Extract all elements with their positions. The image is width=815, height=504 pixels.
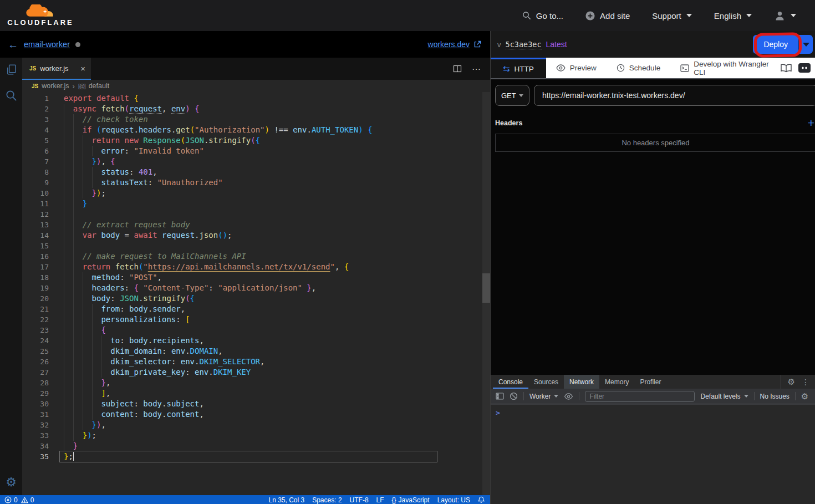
code-text: }); <box>60 188 106 198</box>
search-icon[interactable] <box>5 89 18 102</box>
code-line[interactable]: 29 ], <box>22 388 490 399</box>
editor-scrollbar-thumb[interactable] <box>482 273 490 303</box>
code-line[interactable]: 34 } <box>22 441 490 451</box>
code-line[interactable]: 19 headers: { "Content-Type": "applicati… <box>22 283 490 293</box>
code-line[interactable]: 25 dkim_domain: env.DOMAIN, <box>22 346 490 357</box>
problems-errors[interactable]: 0 <box>4 496 18 504</box>
account-menu[interactable] <box>774 11 796 21</box>
devtools-tab-memory[interactable]: Memory <box>599 375 634 389</box>
tab-preview[interactable]: Preview <box>546 58 607 78</box>
devtools-tab-profiler[interactable]: Profiler <box>634 375 666 389</box>
code-line[interactable]: 15 <box>22 241 490 251</box>
back-arrow-icon[interactable]: ← <box>8 39 18 50</box>
tab-schedule[interactable]: Schedule <box>607 58 670 78</box>
log-levels-select[interactable]: Default levels <box>700 393 748 400</box>
code-line[interactable]: 9 statusText: "Unauthorized" <box>22 177 490 188</box>
code-line[interactable]: 10 }); <box>22 188 490 198</box>
code-line[interactable]: 18 method: "POST", <box>22 272 490 283</box>
live-expression-eye-icon[interactable] <box>564 393 573 400</box>
version-hash[interactable]: 5c3ae3ec <box>506 40 542 49</box>
code-line[interactable]: 3 // check token <box>22 114 490 125</box>
code-token: "application/json" <box>218 283 302 292</box>
code-line[interactable]: 35}; <box>22 451 490 462</box>
code-line[interactable]: 13 // extract request body <box>22 220 490 230</box>
code-line[interactable]: 26 dkim_selector: env.DKIM_SELECTOR, <box>22 357 490 367</box>
breadcrumb-file[interactable]: worker.js <box>42 82 69 90</box>
code-line[interactable]: 28 }, <box>22 378 490 388</box>
code-line[interactable]: 20 body: JSON.stringify({ <box>22 293 490 304</box>
cloudflare-logo[interactable]: CLOUDFLARE <box>8 4 73 27</box>
console-sidebar-toggle-icon[interactable] <box>496 393 504 400</box>
workers-dev-link[interactable]: workers.dev <box>428 40 470 49</box>
console-settings-gear-icon[interactable]: ⚙ <box>801 392 808 400</box>
console-filter-input[interactable] <box>585 391 695 402</box>
docs-book-icon[interactable] <box>781 64 792 73</box>
notifications-bell-icon[interactable] <box>478 496 485 503</box>
code-line[interactable]: 31 content: body.content, <box>22 409 490 420</box>
code-line[interactable]: 4 if (request.headers.get("Authorization… <box>22 125 490 135</box>
console-output[interactable]: > <box>491 404 815 504</box>
explorer-icon[interactable] <box>5 63 18 76</box>
keyboard-layout[interactable]: Layout: US <box>437 496 470 504</box>
code-line[interactable]: 32 }), <box>22 420 490 430</box>
settings-gear-icon[interactable]: ⚙ <box>6 476 17 488</box>
support-menu[interactable]: Support <box>652 11 692 21</box>
close-tab-icon[interactable]: × <box>80 64 85 73</box>
code-line[interactable]: 24 to: body.recipients, <box>22 335 490 346</box>
devtools-tab-network[interactable]: Network <box>564 375 599 389</box>
language-menu[interactable]: English <box>714 11 752 21</box>
language-mode[interactable]: {} JavaScript <box>392 496 430 504</box>
code-line[interactable]: 33 }); <box>22 430 490 441</box>
problems-warnings[interactable]: 0 <box>21 496 34 504</box>
devtools-menu-kebab-icon[interactable]: ⋮ <box>802 378 809 386</box>
code-line[interactable]: 2 async fetch(request, env) { <box>22 104 490 114</box>
code-token: } <box>83 199 87 208</box>
code-line[interactable]: 12 <box>22 209 490 220</box>
code-line[interactable]: 1export default { <box>22 93 490 104</box>
line-number: 3 <box>22 114 49 125</box>
http-method-select[interactable]: GET <box>495 85 529 106</box>
tab-worker-js[interactable]: JS worker.js × <box>22 58 91 80</box>
code-line[interactable]: 7 }), { <box>22 156 490 167</box>
indentation[interactable]: Spaces: 2 <box>312 496 342 504</box>
devtools-tab-sources[interactable]: Sources <box>528 375 564 389</box>
add-header-button[interactable]: + <box>808 117 814 129</box>
editor-scrollbar[interactable] <box>482 92 490 495</box>
tab-http[interactable]: ⇆ HTTP <box>491 58 546 78</box>
code-line[interactable]: 21 from: body.sender, <box>22 304 490 314</box>
encoding[interactable]: UTF-8 <box>350 496 369 504</box>
code-line[interactable]: 23 { <box>22 325 490 335</box>
breadcrumb[interactable]: JS worker.js › [@] default <box>22 80 490 92</box>
split-editor-icon[interactable] <box>453 64 462 73</box>
breadcrumb-symbol[interactable]: default <box>89 82 110 90</box>
cursor-position[interactable]: Ln 35, Col 3 <box>268 496 304 504</box>
code-line[interactable]: 30 subject: body.subject, <box>22 399 490 409</box>
deploy-dropdown-button[interactable] <box>798 35 813 54</box>
request-url-input[interactable] <box>534 85 815 106</box>
devtools-settings-gear-icon[interactable]: ⚙ <box>788 378 795 386</box>
code-line[interactable]: 22 personalizations: [ <box>22 314 490 325</box>
eol-sequence[interactable]: LF <box>376 496 384 504</box>
code-line[interactable]: 11 } <box>22 198 490 209</box>
add-site-button[interactable]: Add site <box>585 11 630 21</box>
goto-search[interactable]: Go to... <box>522 11 563 21</box>
context-selector[interactable]: Worker <box>529 393 558 400</box>
code-line[interactable]: 5 return new Response(JSON.stringify({ <box>22 135 490 146</box>
external-link-icon[interactable] <box>473 40 481 48</box>
devtools-tab-console[interactable]: Console <box>493 375 528 389</box>
code-editor[interactable]: 1export default {2 async fetch(request, … <box>22 92 490 495</box>
code-line[interactable]: 8 status: 401, <box>22 167 490 177</box>
issues-counter[interactable]: No Issues <box>760 393 789 400</box>
code-line[interactable]: 27 dkim_private_key: env.DKIM_KEY <box>22 367 490 378</box>
worker-name-link[interactable]: email-worker <box>24 40 70 49</box>
deploy-button[interactable]: Deploy <box>753 35 798 54</box>
code-text: ], <box>60 388 110 399</box>
code-line[interactable]: 17 return fetch("https://api.mailchannel… <box>22 262 490 272</box>
code-line[interactable]: 14 var body = await request.json(); <box>22 230 490 241</box>
code-line[interactable]: 16 // make request to MailChannels API <box>22 251 490 262</box>
discord-icon[interactable] <box>798 63 811 73</box>
more-actions-icon[interactable]: ⋯ <box>472 64 481 74</box>
tab-wrangler-cli[interactable]: Develop with Wrangler CLI <box>670 58 781 78</box>
clear-console-icon[interactable] <box>510 392 518 400</box>
code-line[interactable]: 6 error: "Invalid token" <box>22 146 490 156</box>
